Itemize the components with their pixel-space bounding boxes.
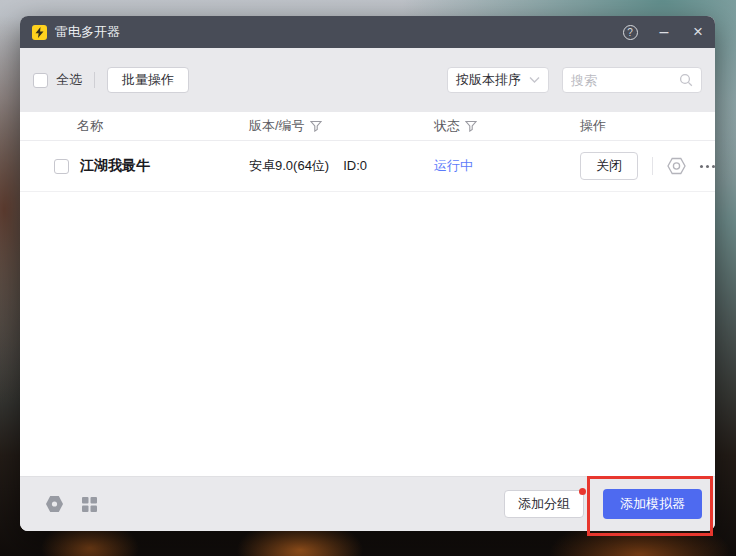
ldplayer-multi-instance-window: 雷电多开器 ? – × 全选 批量操作 按版本排序 [20,16,715,531]
toolbar-divider [94,72,95,88]
lightning-bolt-icon [35,27,44,38]
sort-dropdown[interactable]: 按版本排序 [447,67,549,93]
more-options-icon[interactable] [700,165,715,168]
filter-icon[interactable] [310,120,322,132]
chevron-down-icon [529,76,540,84]
app-logo-icon [32,25,47,40]
titlebar: 雷电多开器 ? – × [20,16,715,48]
column-header-status: 状态 [434,117,580,135]
toolbar-right: 按版本排序 [447,67,702,93]
emulator-version: 安卓9.0(64位) [249,158,329,173]
close-icon: × [693,22,703,42]
sort-dropdown-value: 按版本排序 [456,71,521,89]
column-header-version: 版本/编号 [249,117,434,135]
footer-buttons: 添加分组 添加模拟器 [504,489,702,519]
emulator-list-empty-area [20,192,715,476]
window-controls: ? – × [613,16,715,48]
window-title: 雷电多开器 [55,23,120,41]
select-all-label[interactable]: 全选 [56,71,82,89]
batch-operation-button[interactable]: 批量操作 [107,67,189,93]
select-all-checkbox[interactable] [33,73,48,88]
help-button[interactable]: ? [613,16,647,48]
add-emulator-button[interactable]: 添加模拟器 [603,489,702,519]
footer-bar: 添加分组 添加模拟器 [20,476,715,531]
emulator-version-cell: 安卓9.0(64位)ID:0 [249,157,434,175]
emulator-status: 运行中 [434,157,580,175]
help-icon: ? [623,25,638,40]
emulator-id: ID:0 [343,158,367,173]
search-input[interactable] [571,73,679,88]
column-header-action: 操作 [580,117,715,135]
row-checkbox[interactable] [54,159,69,174]
toolbar: 全选 批量操作 按版本排序 [20,48,715,112]
minimize-button[interactable]: – [647,16,681,48]
filter-icon[interactable] [465,120,477,132]
table-header: 名称 版本/编号 状态 操作 [20,112,715,141]
footer-icons [45,495,98,513]
close-button[interactable]: × [681,16,715,48]
multi-window-grid-icon[interactable] [81,496,98,513]
notification-dot [579,488,586,495]
search-box [562,67,702,93]
column-header-name: 名称 [77,117,249,135]
emulator-name: 江湖我最牛 [80,157,249,175]
minimize-icon: – [660,27,669,37]
emulator-row: 江湖我最牛 安卓9.0(64位)ID:0 运行中 关闭 [20,141,715,192]
settings-nut-icon[interactable] [667,157,686,175]
emulator-actions: 关闭 [580,152,715,180]
add-group-button[interactable]: 添加分组 [504,490,584,518]
action-divider [652,157,653,175]
search-icon[interactable] [679,73,693,87]
global-settings-icon[interactable] [45,495,64,513]
stop-emulator-button[interactable]: 关闭 [580,152,638,180]
